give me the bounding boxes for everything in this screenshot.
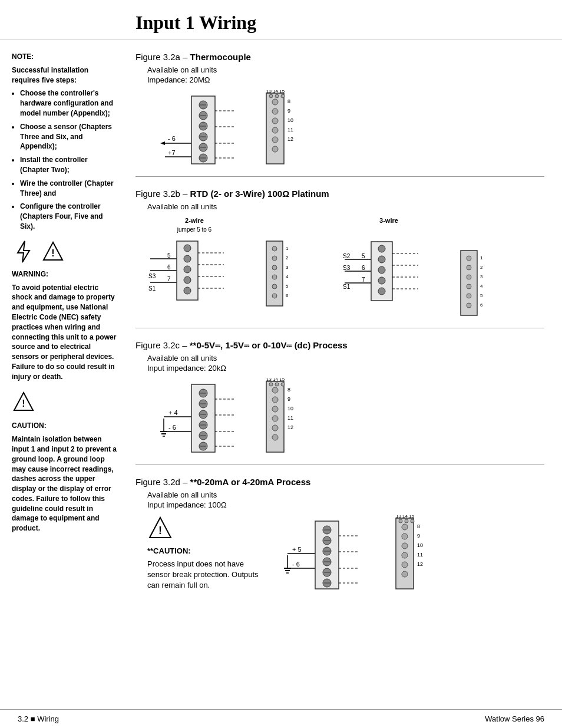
fig-3-2a-left-connector: - 6 +7 xyxy=(159,90,253,167)
svg-point-97 xyxy=(467,284,471,289)
svg-text:!: ! xyxy=(51,248,54,258)
svg-point-31 xyxy=(272,127,278,133)
step-4: Wire the controller (Chapter Three) and xyxy=(20,179,118,199)
2wire-desc: jumper 5 to 6 xyxy=(177,226,211,233)
svg-point-40 xyxy=(269,94,273,98)
figure-3-2d: Figure 3.2d – **0-20mA or 4-20mA Process… xyxy=(135,477,544,601)
svg-point-144 xyxy=(269,383,273,386)
svg-point-87 xyxy=(378,277,385,284)
svg-text:3: 3 xyxy=(480,274,483,279)
note-label: NOTE: xyxy=(12,52,118,62)
svg-text:7: 7 xyxy=(167,276,171,282)
step-5: Configure the controller (Chapters Four,… xyxy=(20,202,118,231)
svg-point-42 xyxy=(281,94,285,98)
svg-point-135 xyxy=(272,416,278,421)
figure-3-2b-title: Figure 3.2b – RTD (2- or 3-Wire) 100Ω Pl… xyxy=(135,189,544,199)
3wire-label: 3-wire xyxy=(379,217,398,224)
svg-point-62 xyxy=(272,246,277,251)
svg-text:+  5: + 5 xyxy=(292,546,302,553)
svg-point-64 xyxy=(272,265,277,270)
svg-point-63 xyxy=(272,256,277,261)
svg-point-95 xyxy=(467,265,471,270)
svg-text:13  14  15: 13 14 15 xyxy=(396,515,415,519)
caution-text: Maintain isolation between input 1 and i… xyxy=(12,434,118,533)
svg-point-132 xyxy=(272,387,278,393)
svg-text:13  14  15: 13 14 15 xyxy=(266,90,285,94)
svg-point-85 xyxy=(378,256,385,263)
fig-3-2c-diagram: + 4 - 6 xyxy=(159,378,544,455)
svg-point-178 xyxy=(402,552,408,558)
svg-text:11: 11 xyxy=(417,552,423,558)
svg-point-96 xyxy=(467,275,471,279)
svg-point-66 xyxy=(272,284,277,289)
svg-text:+7: +7 xyxy=(168,149,176,156)
svg-text:12: 12 xyxy=(287,136,293,142)
fig-3-2d-caution-label: **CAUTION: xyxy=(147,546,265,555)
fig-3-2b-info1: Available on all units xyxy=(147,202,544,211)
page-footer: 3.2 ■ Wiring Watlow Series 96 xyxy=(0,709,562,728)
svg-point-99 xyxy=(467,303,471,308)
fig-3-2c-name: **0-5V⎓, 1-5V⎓ or 0-10V⎓ (dc) Process xyxy=(190,340,348,350)
2wire-diagram: S3 S1 5 6 7 xyxy=(147,235,242,306)
svg-text:11: 11 xyxy=(287,415,293,421)
footer-right: Watlow Series 96 xyxy=(485,714,544,723)
fig-3-2c-info2: Input impedance: 20kΩ xyxy=(147,364,544,373)
page: Input 1 Wiring NOTE: Successful installa… xyxy=(0,0,562,728)
fig-3-2a-num: Figure 3.2a – xyxy=(135,52,190,62)
svg-point-176 xyxy=(402,533,408,539)
3wire-controller: 1 2 3 4 5 6 xyxy=(459,248,495,318)
fig-3-2a-info1: Available on all units xyxy=(147,65,544,74)
sidebar: NOTE: Successful installation requires f… xyxy=(12,52,130,697)
svg-text:8: 8 xyxy=(287,98,290,104)
svg-text:- 6: - 6 xyxy=(168,135,176,142)
page-title: Input 1 Wiring xyxy=(135,12,544,34)
svg-point-65 xyxy=(272,275,277,279)
svg-text:!: ! xyxy=(22,398,25,409)
fig-3-2c-right-connector: 8 9 10 11 12 13 14 15 xyxy=(265,378,318,455)
svg-point-179 xyxy=(402,562,408,568)
figure-3-2c: Figure 3.2c – **0-5V⎓, 1-5V⎓ or 0-10V⎓ (… xyxy=(135,340,544,465)
2wire-label: 2-wire xyxy=(185,217,204,224)
svg-point-55 xyxy=(184,276,191,284)
fig-3-2d-right-connector: 8 9 10 11 12 13 14 15 xyxy=(395,515,448,592)
2wire-controller: 1 2 3 4 5 6 xyxy=(265,238,300,309)
svg-text:S2: S2 xyxy=(343,253,351,259)
svg-text:1: 1 xyxy=(286,246,289,251)
fig-3-2d-name: **0-20mA or 4-20mA Process xyxy=(190,477,311,487)
svg-text:5: 5 xyxy=(480,293,483,298)
svg-text:8: 8 xyxy=(287,387,290,393)
svg-text:9: 9 xyxy=(287,396,290,402)
svg-text:+  4: + 4 xyxy=(168,409,178,416)
page-title-bar: Input 1 Wiring xyxy=(0,0,562,40)
fig-3-2b-3wire: 3-wire S2 S3 S1 5 xyxy=(342,217,436,318)
fig-3-2d-caution-text: Process input does not have sensor break… xyxy=(147,559,265,591)
svg-text:10: 10 xyxy=(417,542,423,548)
svg-text:6: 6 xyxy=(480,302,483,308)
fig-3-2d-left-connector: + 5 - 6 xyxy=(283,515,377,592)
fig-3-2a-right-connector: 8 9 10 11 12 13 14 15 xyxy=(265,90,318,167)
svg-text:!: ! xyxy=(158,525,162,536)
svg-point-52 xyxy=(184,245,191,252)
svg-text:2: 2 xyxy=(480,265,483,270)
fig-3-2b-num: Figure 3.2b – xyxy=(135,189,190,199)
fig-3-2b-diagrams: 2-wire jumper 5 to 6 S3 S1 5 xyxy=(147,217,544,318)
fig-3-2d-caution-icon: ! xyxy=(147,515,173,541)
svg-text:1: 1 xyxy=(480,255,483,261)
svg-text:2: 2 xyxy=(286,255,289,261)
svg-text:13  14  15: 13 14 15 xyxy=(266,378,285,382)
svg-text:5: 5 xyxy=(362,253,365,259)
fig-3-2b-name: RTD (2- or 3-Wire) 100Ω Platinum xyxy=(190,189,329,199)
svg-point-86 xyxy=(378,266,385,274)
svg-text:10: 10 xyxy=(287,117,293,123)
svg-text:S1: S1 xyxy=(148,285,156,292)
svg-point-137 xyxy=(272,434,278,440)
svg-text:7: 7 xyxy=(362,276,365,283)
fig-3-2d-num: Figure 3.2d – xyxy=(135,477,190,487)
footer-left: 3.2 ■ Wiring xyxy=(18,714,59,723)
figure-3-2a-title: Figure 3.2a – Thermocouple xyxy=(135,52,544,62)
svg-point-189 xyxy=(411,519,414,523)
svg-text:5: 5 xyxy=(167,252,171,259)
fig-3-2d-info2: Input impedance: 100Ω xyxy=(147,500,544,509)
svg-point-177 xyxy=(402,543,408,549)
svg-text:3: 3 xyxy=(286,265,289,270)
